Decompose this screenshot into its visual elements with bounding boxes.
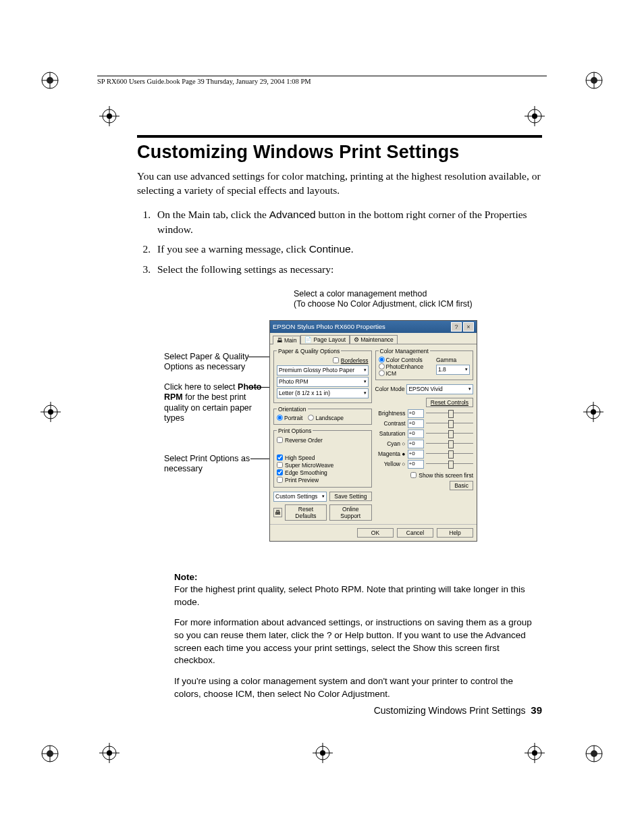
callout-text: Click here to select <box>164 382 238 392</box>
svg-point-15 <box>591 409 596 415</box>
dialog-titlebar: EPSON Stylus Photo RX600 Properties ? × <box>270 321 477 333</box>
slider-label: Saturation <box>375 430 406 437</box>
caption-line: Select a color management method <box>294 289 427 298</box>
step-1: On the Main tab, click the Advanced butt… <box>153 207 542 236</box>
online-support-button[interactable]: Online Support <box>329 504 372 521</box>
svg-point-21 <box>532 750 537 756</box>
cancel-button[interactable]: Cancel <box>397 528 433 538</box>
step-text-bold: Continue <box>309 243 351 255</box>
help-button[interactable]: Help <box>437 528 473 538</box>
note-bold: Help <box>345 630 364 640</box>
radio-label: Portrait <box>284 415 302 421</box>
custom-settings-dropdown[interactable]: Custom Settings <box>273 492 327 502</box>
magenta-slider[interactable] <box>426 450 474 457</box>
reset-controls-button[interactable]: Reset Controls <box>426 398 473 407</box>
svg-point-11 <box>532 113 537 119</box>
tab-label: Page Layout <box>313 336 346 343</box>
step-text: On the Main tab, click the <box>157 209 269 220</box>
brightness-slider[interactable] <box>426 410 474 417</box>
microweave-checkbox[interactable] <box>277 462 283 468</box>
basic-button[interactable]: Basic <box>450 481 473 490</box>
slider-value[interactable]: +0 <box>408 409 424 418</box>
tab-page-layout[interactable]: 📄Page Layout <box>300 335 350 344</box>
gear-icon: ⚙ <box>354 336 359 343</box>
radio-label: ICM <box>386 370 397 377</box>
tab-main[interactable]: 🖶Main <box>273 336 300 344</box>
checkbox-label: Print Preview <box>285 477 319 484</box>
svg-point-7 <box>591 750 597 757</box>
media-dropdown[interactable]: Premium Glossy Photo Paper <box>277 365 369 375</box>
caption-bold: ICM <box>438 299 454 309</box>
cyan-slider[interactable] <box>426 440 474 447</box>
note-block: Note: For the highest print quality, sel… <box>174 571 542 701</box>
dropdown-value: Photo RPM <box>279 378 308 385</box>
svg-point-19 <box>320 750 325 756</box>
slider-value[interactable]: +0 <box>408 419 424 428</box>
high-speed-checkbox[interactable] <box>277 454 283 461</box>
slider-label: Cyan ○ <box>375 440 406 447</box>
registration-mark-icon <box>583 402 603 422</box>
slider-value[interactable]: +0 <box>408 440 424 448</box>
contrast-slider[interactable] <box>426 420 474 427</box>
figure: Select a color management method (To cho… <box>137 289 542 559</box>
reset-defaults-button[interactable]: Reset Defaults <box>285 504 327 521</box>
close-icon[interactable]: × <box>463 322 474 332</box>
help-icon[interactable]: ? <box>451 322 462 332</box>
icm-radio[interactable] <box>379 370 385 376</box>
note-label: Note: <box>174 572 198 582</box>
paper-quality-group: Paper & Quality Options Borderless Premi… <box>273 348 372 403</box>
caption-text: , click <box>414 299 438 309</box>
gamma-label: Gamma <box>436 357 470 363</box>
slider-value[interactable]: +0 <box>408 429 424 438</box>
callout-paper-quality: Select Paper & Quality Options as necess… <box>164 352 265 373</box>
radio-label: Landscape <box>315 415 344 421</box>
color-controls-radio[interactable] <box>379 357 385 363</box>
print-preview-checkbox[interactable] <box>277 477 283 483</box>
registration-mark-icon <box>99 743 119 763</box>
step-3: Select the following settings as necessa… <box>153 262 542 277</box>
crop-mark-icon <box>585 71 603 90</box>
dropdown-value: Letter (8 1/2 x 11 in) <box>279 390 330 396</box>
portrait-radio[interactable] <box>277 415 283 421</box>
yellow-slider[interactable] <box>426 461 474 467</box>
edge-smoothing-checkbox[interactable] <box>277 469 283 475</box>
dropdown-value: Custom Settings <box>275 493 317 500</box>
slider-value[interactable]: +0 <box>408 460 424 469</box>
landscape-radio[interactable] <box>308 415 314 421</box>
quality-dropdown[interactable]: Photo RPM <box>277 377 369 387</box>
dropdown-value: 1.8 <box>438 366 446 373</box>
crop-mark-icon <box>585 744 603 763</box>
note-text: , then select <box>252 689 304 699</box>
layout-icon: 📄 <box>304 336 312 343</box>
group-label: Color Management <box>379 348 430 355</box>
gamma-dropdown[interactable]: 1.8 <box>436 365 470 375</box>
note-bold: ICM <box>236 689 252 699</box>
orientation-group: Orientation Portrait Landscape <box>273 406 372 425</box>
group-label: Paper & Quality Options <box>277 348 341 355</box>
tab-maintenance[interactable]: ⚙Maintenance <box>350 335 398 344</box>
intro-text: You can use advanced settings for color … <box>137 170 542 198</box>
registration-mark-icon <box>525 743 545 763</box>
photoenhance-radio[interactable] <box>379 363 385 369</box>
svg-point-1 <box>47 77 53 84</box>
save-setting-button[interactable]: Save Setting <box>329 492 371 501</box>
ink-icon: 🖶 <box>273 508 282 517</box>
slider-label: Contrast <box>375 420 406 427</box>
borderless-checkbox[interactable] <box>333 357 339 363</box>
tab-label: Maintenance <box>360 336 394 343</box>
note-bold: Photo RPM <box>315 584 361 594</box>
slider-value[interactable]: +0 <box>408 450 424 459</box>
svg-point-3 <box>591 77 597 84</box>
note-bold: Show this screen first <box>412 643 499 653</box>
note-text: . <box>387 689 390 699</box>
show-first-checkbox[interactable] <box>410 472 417 478</box>
saturation-slider[interactable] <box>426 430 474 437</box>
print-options-group: Print Options Reverse Order High Speed S… <box>273 427 372 488</box>
ok-button[interactable]: OK <box>357 528 394 538</box>
note-text: checkbox. <box>174 655 215 665</box>
reverse-order-checkbox[interactable] <box>277 437 283 443</box>
checkbox-label: Edge Smoothing <box>285 469 327 476</box>
size-dropdown[interactable]: Letter (8 1/2 x 11 in) <box>277 388 369 398</box>
color-mode-dropdown[interactable]: EPSON Vivid <box>406 384 473 394</box>
registration-mark-icon <box>99 106 119 126</box>
